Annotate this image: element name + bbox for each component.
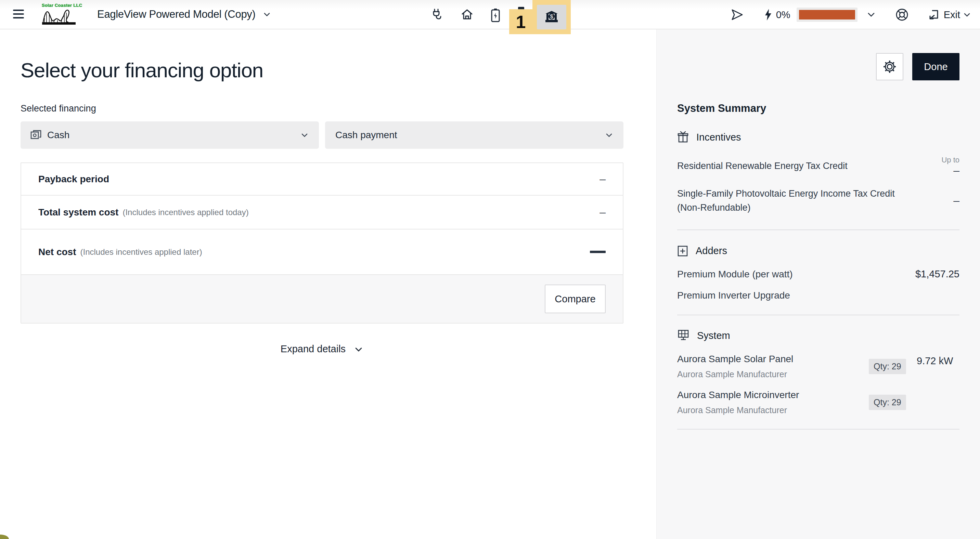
net-cost-note: (Includes incentives applied later) [80,247,202,257]
expand-details-label: Expand details [281,343,345,354]
utility-plug-icon[interactable] [430,8,443,21]
compare-button[interactable]: Compare [545,285,606,313]
incentive-value: – [941,165,959,176]
payment-option-value: Cash payment [335,130,397,141]
incentive-up-to-label: Up to [941,155,959,165]
total-system-cost-label: Total system cost [38,207,118,218]
component-manufacturer: Aurora Sample Manufacturer [677,405,869,415]
payback-period-row[interactable]: Payback period – [21,163,623,196]
system-section-label: System [697,330,730,341]
cash-icon [30,130,42,141]
adder-value: $1,457.25 [915,268,959,280]
annotation-step-badge: 1 [509,9,533,34]
component-capacity: 9.72 kW [917,354,958,369]
quantity-badge: Qty: 29 [869,395,906,410]
net-cost-label: Net cost [38,247,76,258]
chevron-down-icon [354,345,363,354]
adder-name: Premium Module (per watt) [677,269,793,280]
total-system-cost-row[interactable]: Total system cost (Includes incentives a… [21,196,623,230]
exit-button[interactable]: Exit [927,8,971,21]
card-footer: Compare [21,275,623,323]
component-manufacturer: Aurora Sample Manufacturer [677,369,869,379]
exit-label: Exit [944,9,960,21]
rollercoaster-logo-icon [42,8,80,25]
incentive-name: Single-Family Photovoltaic Energy Income… [677,187,910,214]
project-title: EagleView Powered Model (Copy) [97,8,256,21]
gift-icon [677,131,689,143]
adder-name: Premium Inverter Upgrade [677,290,790,301]
financing-type-value: Cash [47,130,70,141]
svg-text:$: $ [550,14,553,19]
payback-period-label: Payback period [38,174,109,185]
adder-item: Premium Module (per watt) $1,457.25 [677,268,959,280]
financing-summary-card: Payback period – Total system cost (Incl… [21,162,624,323]
component-name: Aurora Sample Solar Panel [677,354,869,365]
solar-panel-icon [677,329,689,342]
progress-dropdown-chevron-icon[interactable] [866,10,876,19]
lightning-bolt-icon [764,8,773,21]
charge-percent: 0% [776,9,791,21]
incentive-item: Residential Renewable Energy Tax Credit … [677,155,959,176]
top-bar: Solar Coaster LLC EagleView Powered Mode… [0,0,980,29]
offset-progress-fill [799,10,855,19]
exit-chevron-down-icon [963,11,971,19]
net-cost-value-dash [590,251,606,253]
chevron-down-icon [300,130,309,140]
help-lifebuoy-icon[interactable] [895,8,909,22]
quantity-badge: Qty: 29 [869,359,906,374]
expand-details-toggle[interactable]: Expand details [21,343,624,355]
system-summary-title: System Summary [677,102,959,114]
selected-financing-label: Selected financing [21,103,636,114]
financing-type-dropdown[interactable]: Cash [21,121,319,149]
send-proposal-icon[interactable] [731,8,744,21]
adder-item: Premium Inverter Upgrade [677,290,959,301]
incentive-name: Residential Renewable Energy Tax Credit [677,159,848,173]
incentives-section-label: Incentives [696,132,741,143]
chevron-down-icon [604,130,614,140]
company-logo-text: Solar Coaster LLC [42,3,82,8]
net-cost-row[interactable]: Net cost (Includes incentives applied la… [21,230,623,275]
exit-door-icon [927,8,940,21]
project-title-menu[interactable]: EagleView Powered Model (Copy) [97,8,271,21]
system-component-item: Aurora Sample Solar Panel Aurora Sample … [677,354,959,379]
bank-dollar-icon: $ [544,10,559,24]
chevron-down-icon [262,10,271,19]
battery-icon[interactable] [490,8,501,22]
component-name: Aurora Sample Microinverter [677,390,869,401]
adders-section-label: Adders [696,245,727,257]
gear-icon [883,60,897,74]
plus-square-icon [677,244,688,257]
page-title: Select your financing option [21,60,636,81]
incentive-item: Single-Family Photovoltaic Energy Income… [677,187,959,214]
offset-progress-bar [797,8,858,22]
payback-period-value: – [600,173,606,185]
home-icon[interactable] [461,8,474,21]
financing-main-panel: Select your financing option Selected fi… [0,29,656,539]
total-system-cost-note: (Includes incentives applied today) [123,208,248,217]
system-summary-sidebar: Done System Summary Incentives Residenti… [656,29,980,539]
total-system-cost-value: – [600,206,606,219]
financing-bank-icon-active[interactable]: $ [537,5,566,29]
settings-button[interactable] [876,53,904,80]
section-divider [677,230,959,230]
annotation-highlight-box: $ [533,0,571,34]
payment-option-dropdown[interactable]: Cash payment [325,121,624,149]
system-component-item: Aurora Sample Microinverter Aurora Sampl… [677,390,959,415]
hamburger-menu-icon[interactable] [13,10,24,19]
section-divider [677,429,959,430]
done-button[interactable]: Done [912,53,959,80]
company-logo[interactable]: Solar Coaster LLC [42,3,82,27]
section-divider [677,315,959,315]
incentive-value: – [953,195,959,206]
